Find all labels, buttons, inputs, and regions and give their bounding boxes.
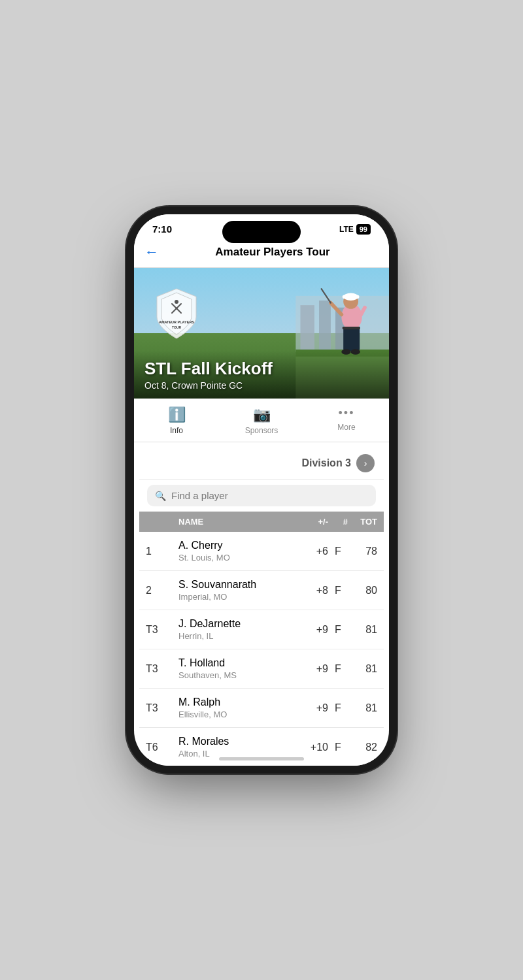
row-player-name: S. Souvannarath [178, 579, 295, 591]
row-total: 80 [348, 585, 377, 596]
col-hole: # [328, 517, 348, 527]
svg-text:AMATEUR PLAYERS: AMATEUR PLAYERS [159, 320, 194, 324]
row-total: 81 [348, 663, 377, 675]
home-indicator [219, 757, 304, 760]
division-bar: Division 3 › [139, 448, 384, 480]
hero-image: AMATEUR PLAYERS TOUR [134, 268, 389, 399]
row-hole: F [328, 663, 348, 675]
division-next-button[interactable]: › [356, 454, 375, 472]
find-player-input[interactable] [171, 490, 368, 501]
search-icon: 🔍 [155, 491, 166, 501]
svg-text:TOUR: TOUR [172, 325, 181, 329]
hero-event-date: Oct 8, Crown Pointe GC [144, 380, 379, 391]
row-hole: F [328, 742, 348, 753]
row-hole: F [328, 585, 348, 596]
table-row[interactable]: 2 S. Souvannarath Imperial, MO +8 F 80 [139, 571, 384, 610]
table-row[interactable]: T3 J. DeJarnette Herrin, IL +9 F 81 [139, 610, 384, 649]
row-score: +10 [295, 742, 328, 753]
table-header: NAME +/- # TOT [139, 512, 384, 532]
row-player-location: Imperial, MO [178, 592, 295, 602]
division-label: Division 3 [301, 457, 351, 469]
more-icon: ••• [339, 406, 355, 420]
back-button[interactable]: ← [144, 244, 167, 261]
row-name-block: M. Ralph Ellisville, MO [178, 696, 295, 719]
row-score: +8 [295, 585, 328, 596]
col-total: TOT [348, 517, 377, 527]
tab-more-label: More [337, 423, 355, 432]
row-position: T6 [146, 742, 178, 753]
sponsors-icon: 📷 [253, 406, 271, 423]
row-position: T3 [146, 702, 178, 714]
hero-event-title: STL Fall Kickoff [144, 359, 379, 379]
row-name-block: R. Morales Alton, IL [178, 736, 295, 759]
row-score: +9 [295, 663, 328, 675]
status-right: LTE 99 [339, 224, 371, 235]
table-row[interactable]: 1 A. Cherry St. Louis, MO +6 F 78 [139, 532, 384, 571]
row-hole: F [328, 546, 348, 557]
col-name: NAME [178, 517, 295, 527]
row-score: +9 [295, 702, 328, 714]
row-position: 2 [146, 585, 178, 596]
row-name-block: T. Holland Southaven, MS [178, 657, 295, 680]
svg-rect-19 [343, 327, 360, 329]
nav-title: Amateur Players Tour [167, 246, 379, 259]
row-position: T3 [146, 624, 178, 636]
row-player-location: St. Louis, MO [178, 553, 295, 563]
tab-sponsors[interactable]: 📷 Sponsors [219, 404, 304, 438]
row-score: +9 [295, 624, 328, 636]
tab-info-label: Info [170, 426, 183, 435]
search-container: 🔍 [139, 480, 384, 512]
scrollable-content: Division 3 › 🔍 NAME +/- # TOT [134, 442, 389, 766]
tab-more[interactable]: ••• More [304, 404, 389, 438]
row-total: 81 [348, 624, 377, 636]
row-score: +6 [295, 546, 328, 557]
row-position: 1 [146, 546, 178, 557]
lte-label: LTE [339, 225, 354, 234]
svg-rect-6 [300, 305, 314, 351]
table-row[interactable]: T3 M. Ralph Ellisville, MO +9 F 81 [139, 689, 384, 728]
row-name-block: S. Souvannarath Imperial, MO [178, 579, 295, 602]
svg-rect-18 [343, 327, 360, 351]
svg-rect-7 [319, 301, 331, 352]
leaderboard-table: NAME +/- # TOT 1 A. Cherry St. Louis, MO… [139, 512, 384, 766]
row-player-location: Southaven, MS [178, 670, 295, 680]
search-input-wrap: 🔍 [147, 485, 376, 506]
row-player-name: M. Ralph [178, 696, 295, 708]
row-total: 81 [348, 702, 377, 714]
status-time: 7:10 [152, 223, 172, 235]
row-hole: F [328, 702, 348, 714]
row-total: 78 [348, 546, 377, 557]
row-player-name: R. Morales [178, 736, 295, 747]
hero-text-block: STL Fall Kickoff Oct 8, Crown Pointe GC [134, 351, 389, 399]
row-player-name: J. DeJarnette [178, 618, 295, 630]
row-total: 82 [348, 742, 377, 753]
hero-logo: AMATEUR PLAYERS TOUR [154, 287, 199, 342]
row-name-block: J. DeJarnette Herrin, IL [178, 618, 295, 641]
tab-sponsors-label: Sponsors [245, 426, 278, 435]
table-row[interactable]: T3 T. Holland Southaven, MS +9 F 81 [139, 649, 384, 689]
row-player-name: T. Holland [178, 657, 295, 669]
col-score: +/- [295, 517, 328, 527]
row-name-block: A. Cherry St. Louis, MO [178, 540, 295, 563]
svg-point-2 [175, 300, 178, 304]
tab-info[interactable]: ℹ️ Info [134, 404, 219, 438]
table-body: 1 A. Cherry St. Louis, MO +6 F 78 2 S. S… [139, 532, 384, 766]
row-player-location: Herrin, IL [178, 631, 295, 641]
row-hole: F [328, 624, 348, 636]
row-position: T3 [146, 663, 178, 675]
dynamic-island [222, 221, 301, 243]
svg-rect-14 [343, 295, 360, 299]
tab-bar: ℹ️ Info 📷 Sponsors ••• More [134, 399, 389, 442]
info-icon: ℹ️ [168, 406, 186, 423]
row-player-name: A. Cherry [178, 540, 295, 551]
battery-indicator: 99 [356, 224, 371, 235]
row-player-location: Ellisville, MO [178, 710, 295, 719]
